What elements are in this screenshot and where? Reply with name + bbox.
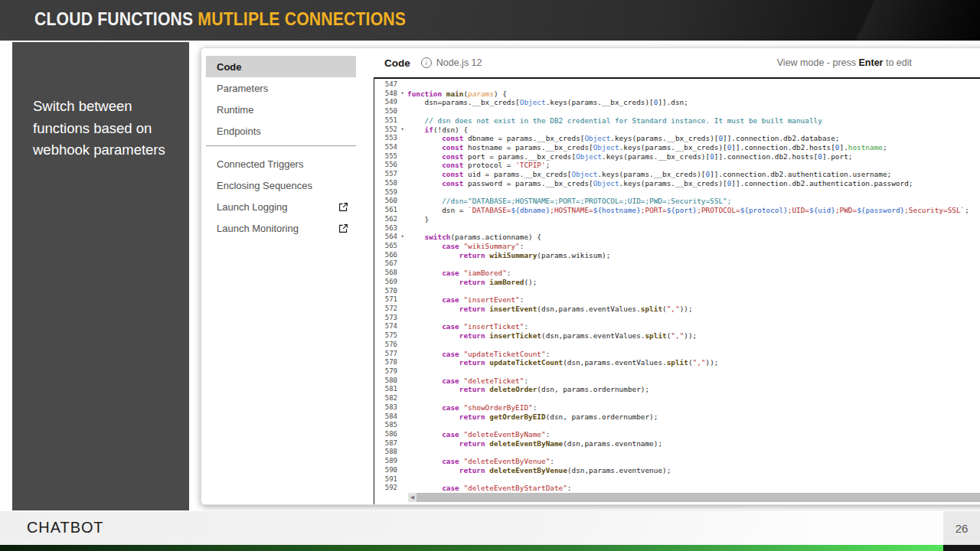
code-text: return wikiSummary(params.wikisum); [407, 251, 610, 260]
fold-gutter [397, 394, 407, 403]
line-number: 590 [374, 466, 397, 475]
view-mode-hint: View mode - press Enter to edit [777, 57, 912, 68]
line-number: 578 [374, 358, 397, 367]
code-line: 552▾ if(!dsn) { [374, 126, 980, 135]
line-number: 576 [374, 341, 397, 350]
nav-item-label: Launch Monitoring [217, 223, 299, 234]
code-line: 547 [374, 80, 980, 90]
line-number: 558 [374, 179, 397, 188]
fold-gutter [397, 331, 407, 341]
view-mode-suffix: to edit [883, 57, 912, 68]
fold-gutter [397, 161, 407, 170]
nav-item-launch-monitoring[interactable]: Launch Monitoring [206, 217, 356, 239]
code-text: // dsn does not exist in the DB2 credent… [407, 116, 822, 126]
nav-item-endpoints[interactable]: Endpoints [206, 120, 356, 142]
runtime-label: Node.js 12 [436, 57, 482, 68]
fold-gutter [397, 322, 407, 331]
code-line: 559 [374, 188, 980, 197]
code-text: case "insertTicket": [407, 322, 528, 331]
nav-item-enclosing-sequences[interactable]: Enclosing Sequences [206, 174, 356, 196]
fold-toggle-icon[interactable]: ▾ [397, 90, 407, 99]
horizontal-scrollbar[interactable]: ◀ [408, 493, 980, 502]
code-line: 568 case "iamBored": [374, 269, 980, 278]
code-line: 574 case "insertTicket": [374, 322, 980, 331]
line-number: 591 [374, 475, 397, 484]
nav-item-code[interactable]: Code [206, 56, 356, 77]
line-number: 581 [374, 385, 397, 394]
nav-item-runtime[interactable]: Runtime [206, 99, 356, 120]
code-text: case "deleteEventByVenue": [407, 457, 554, 466]
code-line: 573 [374, 314, 980, 323]
line-number: 592 [374, 484, 397, 493]
code-line: 564▾ switch(params.actionname) { [374, 233, 980, 242]
code-panel: Code i Node.js 12 View mode - press Ente… [374, 48, 980, 504]
line-number: 553 [374, 134, 397, 143]
fold-toggle-icon[interactable]: ▾ [397, 126, 407, 135]
code-line: 548▾function main(params) { [374, 90, 980, 99]
fold-gutter [397, 224, 407, 233]
fold-gutter [397, 179, 407, 188]
fold-gutter [397, 430, 407, 439]
fold-gutter [397, 475, 407, 484]
nav-item-launch-logging[interactable]: Launch Logging [206, 196, 356, 217]
line-number: 564 [374, 233, 397, 242]
fold-gutter [397, 107, 407, 116]
line-number: 549 [374, 98, 397, 107]
fold-gutter [397, 341, 407, 350]
nav-item-parameters[interactable]: Parameters [206, 77, 356, 99]
line-number: 561 [374, 206, 397, 215]
code-text: case "deleteEventByStartDate": [407, 484, 572, 493]
fold-gutter [397, 287, 407, 296]
scrollbar-thumb[interactable] [416, 493, 980, 502]
fold-gutter [397, 215, 407, 224]
fold-gutter [397, 412, 407, 422]
line-number: 547 [374, 80, 397, 90]
fold-toggle-icon[interactable]: ▾ [397, 233, 407, 242]
code-text: case "showOrderByEID": [407, 403, 537, 412]
fold-gutter [397, 170, 407, 179]
code-line: 555 const port = params.__bx_creds[Objec… [374, 152, 980, 161]
code-editor[interactable]: 547548▾function main(params) {549 dsn=pa… [374, 77, 980, 504]
code-text: //dsn="DATABASE=;HOSTNAME=;PORT=;PROTOCO… [407, 197, 731, 206]
fold-gutter [397, 466, 407, 475]
fold-gutter [397, 116, 407, 126]
fold-gutter [397, 259, 407, 269]
line-number: 582 [374, 394, 397, 403]
fold-gutter [397, 152, 407, 161]
fold-gutter [397, 421, 407, 430]
code-text: case "updateTicketCount": [407, 350, 550, 359]
fold-gutter [397, 251, 407, 260]
line-number: 572 [374, 305, 397, 314]
info-icon[interactable]: i [421, 57, 432, 68]
code-text: case "iamBored": [407, 269, 511, 278]
line-number: 559 [374, 188, 397, 197]
code-line: 588 [374, 448, 980, 457]
line-number: 589 [374, 457, 397, 466]
code-text: const port = params.__bx_creds[Object.ke… [407, 152, 852, 161]
nav-item-label: Parameters [217, 83, 268, 94]
code-line: 563 [374, 224, 980, 233]
line-number: 586 [374, 430, 397, 439]
scroll-left-button[interactable]: ◀ [408, 493, 416, 502]
code-line: 579 [374, 367, 980, 377]
code-line: 550 [374, 107, 980, 116]
line-number: 574 [374, 322, 397, 331]
line-number: 584 [374, 412, 397, 422]
code-text: case "insertEvent": [407, 295, 524, 305]
line-number: 569 [374, 278, 397, 287]
line-number: 567 [374, 259, 397, 269]
code-line: 576 [374, 341, 980, 350]
line-number: 563 [374, 224, 397, 233]
fold-gutter [397, 278, 407, 287]
code-text: return deleteEventByVenue(dsn,params.eve… [407, 466, 671, 475]
code-line: 577 case "updateTicketCount": [374, 350, 980, 359]
line-number: 585 [374, 421, 397, 430]
code-line: 586 case "deleteEventByName": [374, 430, 980, 439]
footer-title: CHATBOT [27, 518, 103, 536]
code-line: 590 return deleteEventByVenue(dsn,params… [374, 466, 980, 475]
fold-gutter [397, 269, 407, 278]
line-number: 555 [374, 152, 397, 161]
external-link-icon [338, 202, 348, 212]
nav-item-connected-triggers[interactable]: Connected Triggers [206, 153, 356, 174]
line-number: 587 [374, 439, 397, 448]
